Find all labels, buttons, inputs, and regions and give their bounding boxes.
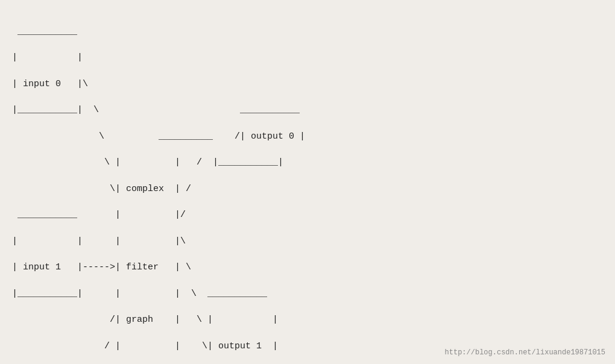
watermark: http://blog.csdn.net/lixuande19871015 xyxy=(445,348,605,357)
diagram-line-12: /| graph | \ | | xyxy=(12,315,278,325)
diagram-line-2: | | xyxy=(12,52,83,63)
diagram-line-9: | | | |\ xyxy=(12,236,186,246)
diagram-line-5: \ __________ /| output 0 | xyxy=(12,131,305,142)
diagram-line-6: \ | | / |___________| xyxy=(12,157,283,168)
diagram-line-4: |___________| \ ___________ xyxy=(12,105,300,115)
diagram-line-10: | input 1 |----->| filter | \ xyxy=(12,262,191,272)
diagram: ___________ | | | input 0 |\ |__________… xyxy=(12,12,305,364)
diagram-line-1: ___________ xyxy=(12,27,77,37)
diagram-line-3: | input 0 |\ xyxy=(12,79,88,89)
diagram-line-7: \| complex | / xyxy=(12,184,191,194)
diagram-line-8: ___________ | |/ xyxy=(12,210,186,220)
diagram-line-11: |___________| | | \ ___________ xyxy=(12,289,267,299)
diagram-line-13: / | | \| output 1 | xyxy=(12,341,278,351)
